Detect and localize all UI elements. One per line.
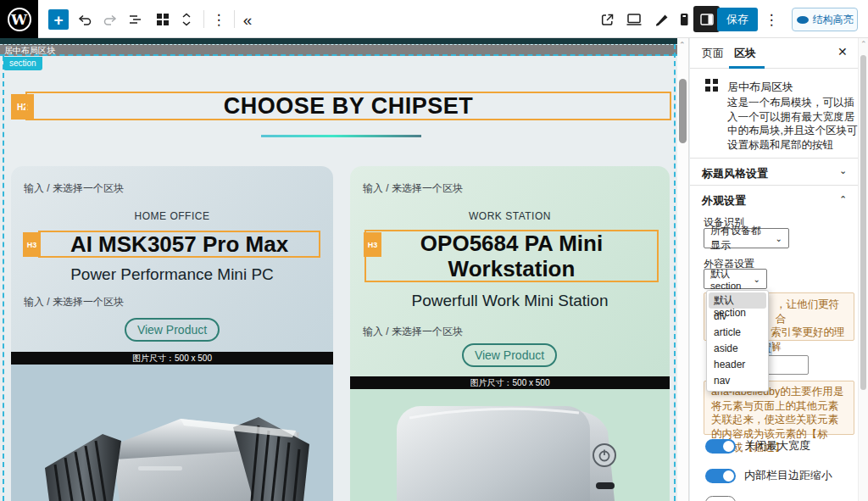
- dropdown-option[interactable]: nav: [707, 373, 768, 389]
- product-card-work-station[interactable]: 输入 / 来选择一个区块 WORK STATION H3 OPO5684 PA …: [350, 166, 670, 501]
- toolbar-separator: [203, 10, 204, 28]
- page-header-strip: [0, 38, 677, 44]
- selection-outline-right: [674, 44, 676, 501]
- chevron-down-icon: ⌄: [754, 275, 760, 284]
- list-view-icon[interactable]: [127, 11, 144, 28]
- canvas-scrollbar[interactable]: ⌃: [677, 38, 689, 501]
- product-image-mini-workstation: [350, 389, 670, 501]
- preview-desktop-icon[interactable]: [626, 11, 643, 28]
- more-menu-icon[interactable]: ⋮: [763, 11, 780, 28]
- block-placeholder[interactable]: 输入 / 来选择一个区块: [24, 181, 124, 196]
- customize-brush-icon[interactable]: [653, 11, 670, 28]
- chevron-down-icon[interactable]: ⌄: [839, 165, 847, 176]
- h3-heading-block[interactable]: AI MSK3057 Pro Max: [38, 231, 320, 258]
- card-eyebrow: WORK STATION: [350, 210, 670, 222]
- more-options-icon[interactable]: ⋮: [210, 11, 227, 28]
- settings-sidebar: 页面 区块 ✕ 居中布局区块 这是一个布局模块，可以插入一个可以拥有最大宽度居中…: [690, 38, 868, 501]
- editor-canvas: 居中布局区块 section H2 CHOOSE BY CHIPSET 输入 /…: [0, 38, 677, 501]
- device-select[interactable]: 所有设备都显示 ⌄: [704, 228, 789, 248]
- settings-sidebar-toggle[interactable]: [693, 6, 720, 32]
- partial-toggle[interactable]: [705, 496, 736, 501]
- chevron-down-icon: ⌄: [776, 234, 782, 243]
- save-button[interactable]: 保存: [717, 8, 758, 31]
- product-subtitle: Powerfull Work Mini Station: [350, 292, 670, 310]
- heading-underline: [261, 135, 421, 137]
- ellipse-icon: [797, 16, 809, 24]
- dropdown-option[interactable]: 默认section: [709, 292, 766, 309]
- device-select-value: 所有设备都显示: [710, 224, 769, 253]
- wordpress-w-icon: W: [8, 8, 31, 31]
- selected-block-label: 居中布局区块: [0, 44, 677, 56]
- section-tag-badge: section: [3, 57, 42, 70]
- editor-toolbar: W + ⋮ «: [0, 0, 868, 38]
- panel-divider: [690, 158, 858, 159]
- toolbar-separator: [234, 10, 235, 28]
- scroll-up-arrow-icon[interactable]: ⌃: [679, 41, 686, 49]
- h2-heading-block[interactable]: CHOOSE BY CHIPSET: [25, 92, 671, 120]
- mobile-preview-icon[interactable]: [676, 11, 693, 28]
- active-tab-underline: [729, 66, 765, 69]
- tab-block[interactable]: 区块: [734, 46, 756, 61]
- undo-icon[interactable]: [76, 11, 93, 28]
- tab-page[interactable]: 页面: [702, 46, 724, 61]
- structure-highlight-button[interactable]: 结构高亮: [792, 8, 858, 31]
- image-size-bar: 图片尺寸：500 x 500: [350, 376, 670, 389]
- h3-heading-block[interactable]: OPO5684 PA Mini Workstation: [364, 230, 659, 282]
- move-up-down-icon[interactable]: [178, 11, 195, 28]
- inner-padding-shrink-toggle[interactable]: [705, 469, 736, 483]
- product-card-home-office[interactable]: 输入 / 来选择一个区块 HOME OFFICE H3 AI MSK3057 P…: [11, 166, 333, 501]
- sidebar-scrollbar[interactable]: ⌃: [858, 38, 868, 501]
- inner-padding-toggle-row: 内部栏目边距缩小: [705, 468, 832, 483]
- panel-title-style-settings[interactable]: 标题风格设置: [702, 166, 768, 181]
- section-heading: CHOOSE BY CHIPSET: [224, 93, 474, 120]
- block-placeholder[interactable]: 输入 / 来选择一个区块: [24, 295, 124, 309]
- container-select-dropdown: 默认section div article aside header nav: [706, 290, 769, 392]
- wordpress-editor-window: W + ⋮ «: [0, 0, 868, 501]
- card-eyebrow: HOME OFFICE: [11, 210, 333, 222]
- scrollbar-thumb[interactable]: [679, 79, 687, 143]
- product-image-mini-pc: [11, 365, 333, 501]
- block-card-title: 居中布局区块: [727, 80, 793, 95]
- redo-icon[interactable]: [102, 11, 119, 28]
- sidebar-tabs: 页面 区块 ✕: [690, 38, 858, 69]
- block-grid-icon[interactable]: [154, 11, 171, 28]
- product-subtitle: Power Performance Mini PC: [11, 265, 333, 284]
- wordpress-logo[interactable]: W: [0, 0, 38, 38]
- product-title: OPO5684 PA Mini Workstation: [385, 231, 639, 281]
- block-type-icon: [705, 79, 718, 92]
- chevron-up-icon[interactable]: ⌃: [839, 194, 847, 205]
- scroll-up-arrow-icon[interactable]: ⌃: [860, 40, 867, 48]
- panel-divider: [690, 185, 858, 186]
- product-title: AI MSK3057 Pro Max: [70, 231, 288, 257]
- block-placeholder[interactable]: 输入 / 来选择一个区块: [363, 181, 463, 196]
- block-card-description: 这是一个布局模块，可以插入一个可以拥有最大宽度居中的布局块,并且这个区块可设置标…: [727, 96, 863, 152]
- dropdown-option[interactable]: header: [707, 357, 768, 373]
- container-select[interactable]: 默认section ⌄: [704, 269, 767, 289]
- dropdown-option[interactable]: article: [707, 325, 768, 341]
- toggle-label: 关闭最大宽度: [744, 438, 810, 454]
- close-icon[interactable]: ✕: [837, 45, 848, 58]
- view-product-button[interactable]: View Product: [125, 318, 220, 342]
- structure-highlight-label: 结构高亮: [813, 13, 854, 27]
- image-size-bar: 图片尺寸：500 x 500: [11, 352, 333, 365]
- view-product-button[interactable]: View Product: [462, 343, 557, 367]
- add-block-button[interactable]: +: [48, 9, 69, 30]
- panel-appearance-settings[interactable]: 外观设置: [702, 193, 746, 209]
- container-select-value: 默认section: [710, 268, 747, 291]
- collapse-icon[interactable]: «: [239, 11, 256, 28]
- block-placeholder[interactable]: 输入 / 来选择一个区块: [363, 325, 463, 339]
- selection-outline-left: [3, 56, 4, 501]
- scrollbar-thumb[interactable]: [860, 55, 866, 390]
- external-link-icon[interactable]: [598, 11, 615, 28]
- close-max-width-toggle[interactable]: [705, 439, 736, 454]
- toggle-label: 内部栏目边距缩小: [744, 468, 832, 483]
- dropdown-option[interactable]: aside: [707, 341, 768, 357]
- max-width-toggle-row: 关闭最大宽度: [705, 438, 810, 454]
